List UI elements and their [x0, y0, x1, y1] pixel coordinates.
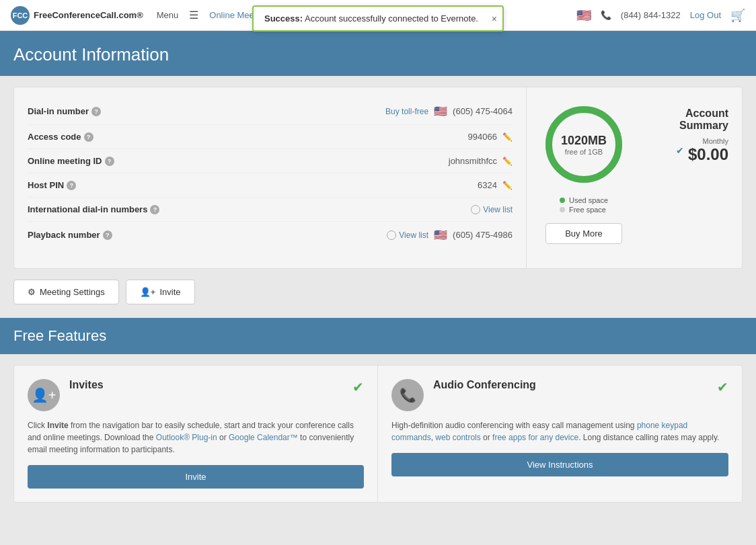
monthly-label: Monthly [688, 137, 728, 145]
invites-desc: Click Invite from the navigation bar to … [28, 419, 364, 456]
host-pin-label: Host PIN ? [28, 180, 176, 190]
logout-button[interactable]: Log Out [690, 10, 721, 20]
audio-card: 📞 Audio Conferencing ✔ High-definition a… [378, 366, 742, 502]
web-controls-link[interactable]: web controls [435, 433, 480, 442]
buy-toll-free-link[interactable]: Buy toll-free [385, 107, 428, 116]
dial-in-number: (605) 475-4064 [453, 106, 513, 116]
playback-row: Playback number ? View list 🇺🇸 (605) 475… [28, 222, 513, 248]
host-pin-help-icon[interactable]: ? [67, 181, 76, 190]
check-icon: ✔ [676, 145, 684, 156]
international-help-icon[interactable]: ? [150, 205, 159, 214]
playback-value: View list 🇺🇸 (605) 475-4986 [387, 228, 513, 241]
access-code-edit-icon[interactable]: ✏️ [502, 132, 513, 142]
audio-icon: 📞 [391, 379, 424, 411]
free-label: Free space [569, 206, 606, 214]
invites-header: 👤+ Invites ✔ [28, 379, 364, 411]
invites-title: Invites [69, 379, 343, 391]
action-buttons: ⚙ Meeting Settings 👤+ Invite [13, 280, 743, 304]
hamburger-icon[interactable]: ☰ [189, 9, 198, 22]
invite-feature-button[interactable]: Invite [28, 465, 364, 489]
dial-in-label: Dial-in number ? [28, 106, 176, 116]
access-code-row: Access code ? 994066 ✏️ [28, 125, 513, 149]
donut-text: 1020MB free of 1GB [561, 134, 607, 156]
access-code-value: 994066 ✏️ [468, 132, 513, 142]
invites-card: 👤+ Invites ✔ Click Invite from the navig… [14, 366, 378, 502]
playback-number: (605) 475-4986 [453, 230, 513, 240]
gear-icon: ⚙ [28, 287, 36, 297]
phone-icon: 📞 [601, 10, 611, 20]
invite-button[interactable]: 👤+ Invite [126, 280, 195, 304]
meeting-id-value: johnsmithfcc ✏️ [449, 156, 513, 166]
dial-in-row: Dial-in number ? Buy toll-free 🇺🇸 (605) … [28, 98, 513, 125]
storage-legend: Used space Free space [560, 196, 608, 215]
access-code-label: Access code ? [28, 132, 176, 142]
audio-desc: High-definition audio conferencing with … [391, 419, 728, 444]
audio-title: Audio Conferencing [433, 379, 708, 391]
free-features-header: Free Features [0, 318, 756, 354]
price-value: $0.00 [688, 145, 728, 164]
flag-icon: 🇺🇸 [576, 8, 591, 23]
globe-icon [471, 205, 480, 214]
meeting-id-label: Online meeting ID ? [28, 156, 176, 166]
navbar-right: 🇺🇸 📞 (844) 844-1322 Log Out 🛒 [576, 8, 745, 23]
free-features-title: Free Features [13, 327, 743, 345]
storage-sub: free of 1GB [561, 148, 607, 156]
summary-title: Account Summary [641, 108, 728, 132]
account-fields: Dial-in number ? Buy toll-free 🇺🇸 (605) … [14, 87, 527, 268]
audio-check-icon: ✔ [717, 379, 728, 395]
invites-icon: 👤+ [28, 379, 60, 411]
playback-help-icon[interactable]: ? [103, 230, 112, 240]
used-dot [560, 198, 565, 203]
user-add-icon: 👤+ [140, 287, 156, 297]
features-grid: 👤+ Invites ✔ Click Invite from the navig… [13, 365, 743, 503]
logo[interactable]: FCC FreeConferenceCall.com® [11, 6, 143, 25]
meeting-settings-button[interactable]: ⚙ Meeting Settings [13, 280, 119, 304]
google-calendar-link[interactable]: Google Calendar™ [229, 433, 298, 442]
international-row: International dial-in numbers ? View lis… [28, 198, 513, 222]
logo-icon: FCC [11, 6, 30, 25]
playback-label: Playback number ? [28, 230, 176, 240]
dial-in-value: Buy toll-free 🇺🇸 (605) 475-4064 [385, 105, 513, 118]
international-label: International dial-in numbers ? [28, 204, 176, 214]
nav-menu: Menu ☰ Online Meeting [157, 9, 268, 22]
storage-donut: 1020MB free of 1GB [540, 101, 628, 188]
dial-in-help-icon[interactable]: ? [91, 107, 101, 116]
used-label: Used space [569, 196, 608, 204]
phone-number: (844) 844-1322 [621, 10, 681, 20]
international-view-link[interactable]: View list [471, 205, 513, 214]
flag-us-icon: 🇺🇸 [434, 105, 447, 118]
main-content: Dial-in number ? Buy toll-free 🇺🇸 (605) … [0, 76, 756, 513]
audio-header: 📞 Audio Conferencing ✔ [391, 379, 728, 411]
account-summary: 1020MB free of 1GB Used space Free space [527, 87, 742, 268]
international-value: View list [471, 205, 513, 214]
success-banner: Success: Account successfully connected … [252, 5, 504, 32]
storage-value: 1020MB [561, 134, 607, 148]
outlook-link[interactable]: Outlook® Plug-in [156, 433, 217, 442]
view-instructions-button[interactable]: View Instructions [391, 453, 728, 476]
success-message: Account successfully connected to Everno… [305, 13, 478, 24]
menu-label[interactable]: Menu [157, 10, 179, 20]
playback-globe-icon [387, 230, 396, 240]
success-label: Success: [264, 13, 303, 24]
invites-check-icon: ✔ [352, 379, 364, 395]
page-header: Account Information [0, 31, 756, 76]
meeting-id-help-icon[interactable]: ? [105, 157, 114, 166]
meeting-id-edit-icon[interactable]: ✏️ [502, 157, 513, 166]
close-button[interactable]: × [492, 13, 497, 24]
account-card: Dial-in number ? Buy toll-free 🇺🇸 (605) … [13, 87, 743, 269]
flag-us2-icon: 🇺🇸 [434, 228, 447, 241]
host-pin-row: Host PIN ? 6324 ✏️ [28, 173, 513, 198]
host-pin-edit-icon[interactable]: ✏️ [502, 181, 513, 190]
playback-view-link[interactable]: View list [387, 230, 428, 240]
cart-icon[interactable]: 🛒 [730, 8, 745, 23]
free-dot [560, 207, 565, 212]
access-code-help-icon[interactable]: ? [84, 132, 93, 142]
meeting-id-row: Online meeting ID ? johnsmithfcc ✏️ [28, 149, 513, 173]
logo-text: FreeConferenceCall.com® [34, 10, 143, 20]
free-apps-link[interactable]: free apps for any device [492, 433, 578, 442]
buy-more-button[interactable]: Buy More [545, 223, 622, 244]
host-pin-value: 6324 ✏️ [478, 180, 513, 190]
page-title: Account Information [13, 44, 743, 65]
